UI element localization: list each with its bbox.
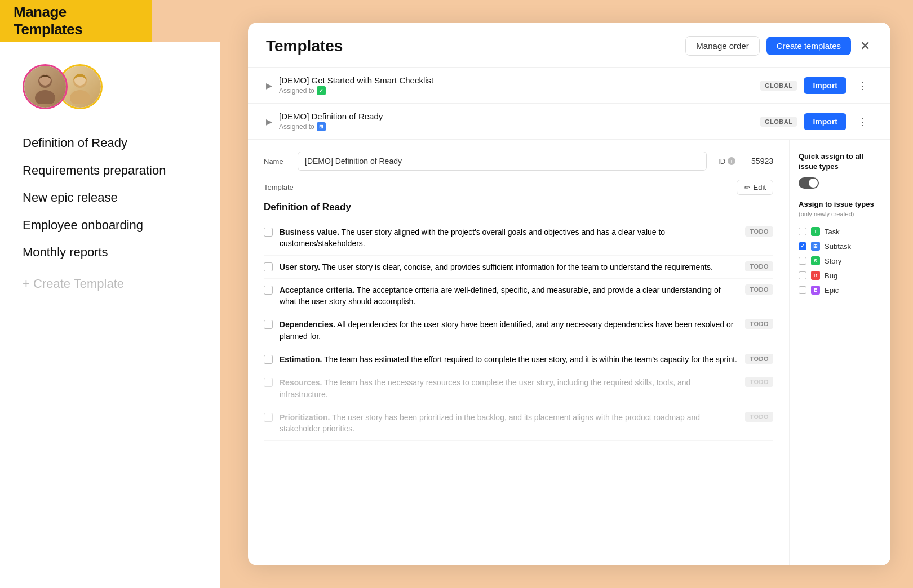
bug-icon: B (811, 271, 820, 280)
name-input[interactable] (298, 152, 707, 171)
todo-badge-3: TODO (745, 284, 773, 295)
sidebar-item-new-epic-release[interactable]: New epic release (23, 184, 197, 212)
more-button-2[interactable]: ⋮ (853, 113, 872, 130)
todo-badge-5: TODO (745, 354, 773, 364)
assign-section-sub: (only newly created) (799, 211, 881, 217)
story-checkbox[interactable] (799, 257, 806, 265)
template-detail: Name ID i 55923 Template ✏ Edit (248, 140, 890, 565)
header-bar: Manage Templates (0, 0, 152, 42)
checklist-text-4: Dependencies. All dependencies for the u… (280, 319, 738, 342)
sidebar-item-definition-of-ready[interactable]: Definition of Ready (23, 130, 197, 157)
issue-type-bug: B Bug (799, 268, 881, 283)
import-button-2[interactable]: Import (804, 113, 846, 130)
issue-type-story: S Story (799, 253, 881, 268)
story-icon: S (811, 256, 820, 265)
task-checkbox[interactable] (799, 228, 806, 235)
name-field-row: Name ID i 55923 (264, 152, 773, 171)
checklist-item-6: Resources. The team has the necessary re… (264, 371, 773, 406)
checkbox-6[interactable] (264, 378, 273, 387)
checkbox-7[interactable] (264, 413, 273, 422)
global-badge-2: GLOBAL (760, 117, 797, 127)
chevron-icon-2[interactable]: ▶ (266, 117, 272, 126)
todo-badge-7: TODO (745, 412, 773, 422)
modal-header: Templates Manage order Create templates … (248, 23, 890, 68)
more-button-1[interactable]: ⋮ (853, 77, 872, 94)
id-label: ID i (718, 157, 735, 166)
page-title: Manage Templates (14, 3, 139, 38)
template-list: ▶ [DEMO] Get Started with Smart Checklis… (248, 68, 890, 140)
template-section-label: Template (264, 183, 294, 191)
checklist-text-6: Resources. The team has the necessary re… (280, 377, 738, 400)
epic-checkbox[interactable] (799, 286, 806, 294)
checklist-text-7: Prioritization. The user story has been … (280, 412, 738, 435)
template-item-2: ▶ [DEMO] Definition of Ready Assigned to… (248, 104, 890, 140)
checklist-item-1: Business value. The user story aligned w… (264, 221, 773, 256)
toggle-knob (809, 179, 818, 188)
checkbox-2[interactable] (264, 262, 273, 271)
task-icon: T (811, 227, 820, 236)
toggle-row (799, 177, 881, 189)
checklist-text-5: Estimation. The team has estimated the e… (280, 354, 738, 365)
sidebar-item-requirements-preparation[interactable]: Requirements preparation (23, 157, 197, 185)
checklist-item-2: User story. The user story is clear, con… (264, 256, 773, 279)
sidebar-item-employee-onboarding[interactable]: Employee onboarding (23, 212, 197, 239)
issue-type-task: T Task (799, 224, 881, 239)
nav-list: Definition of Ready Requirements prepara… (23, 130, 197, 266)
todo-badge-4: TODO (745, 319, 773, 329)
manage-order-button[interactable]: Manage order (685, 36, 759, 56)
checklist-text-2: User story. The user story is clear, con… (280, 261, 738, 273)
template-name-1: [DEMO] Get Started with Smart Checklist (279, 75, 754, 85)
checkbox-1[interactable] (264, 228, 273, 237)
checkbox-4[interactable] (264, 320, 273, 329)
template-label-row: Template ✏ Edit (264, 180, 773, 195)
checkbox-3[interactable] (264, 286, 273, 295)
chevron-icon-1[interactable]: ▶ (266, 81, 272, 90)
right-panel: Quick assign to all issue types Assign t… (789, 140, 890, 565)
todo-badge-2: TODO (745, 261, 773, 271)
checkbox-5[interactable] (264, 355, 273, 364)
close-button[interactable]: ✕ (858, 37, 872, 56)
checklist-item-4: Dependencies. All dependencies for the u… (264, 313, 773, 348)
template-name-2: [DEMO] Definition of Ready (279, 112, 754, 121)
template-assigned-2: Assigned to ⊞ (279, 122, 754, 131)
issue-type-epic: E Epic (799, 283, 881, 297)
assigned-label-2: Assigned to (279, 123, 314, 131)
checklist-item-7: Prioritization. The user story has been … (264, 406, 773, 441)
sidebar: Definition of Ready Requirements prepara… (0, 42, 220, 588)
sidebar-item-monthly-reports[interactable]: Monthly reports (23, 239, 197, 266)
name-label: Name (264, 157, 286, 166)
subtask-checkbox[interactable] (799, 242, 806, 250)
subtask-label: Subtask (825, 242, 851, 251)
edit-button[interactable]: ✏ Edit (737, 180, 773, 195)
modal-title: Templates (266, 37, 343, 55)
id-value: 55923 (751, 157, 773, 166)
modal-actions: Manage order Create templates ✕ (685, 36, 872, 56)
todo-badge-1: TODO (745, 226, 773, 237)
assigned-label-1: Assigned to (279, 87, 314, 95)
create-templates-button[interactable]: Create templates (766, 37, 851, 55)
template-info-2: [DEMO] Definition of Ready Assigned to ⊞ (279, 112, 754, 131)
template-assigned-1: Assigned to ✓ (279, 86, 754, 95)
svg-point-4 (70, 90, 90, 104)
template-info-1: [DEMO] Get Started with Smart Checklist … (279, 75, 754, 95)
checklist-text-3: Acceptance criteria. The acceptance crit… (280, 284, 738, 308)
assigned-icon-1: ✓ (317, 86, 326, 95)
checklist-items: Business value. The user story aligned w… (264, 221, 773, 441)
checklist-item-5: Estimation. The team has estimated the e… (264, 348, 773, 371)
global-badge-1: GLOBAL (760, 81, 797, 91)
story-label: Story (825, 257, 841, 265)
checklist-text-1: Business value. The user story aligned w… (280, 226, 738, 250)
bug-label: Bug (825, 271, 837, 280)
quick-assign-title: Quick assign to all issue types (799, 152, 881, 172)
epic-label: Epic (825, 286, 839, 295)
issue-type-subtask: ⊞ Subtask (799, 239, 881, 253)
toggle-switch[interactable] (799, 177, 819, 189)
avatar-1 (23, 64, 68, 109)
import-button-1[interactable]: Import (804, 77, 846, 94)
task-label: Task (825, 228, 840, 236)
template-item-1: ▶ [DEMO] Get Started with Smart Checklis… (248, 68, 890, 104)
bug-checkbox[interactable] (799, 271, 806, 279)
main-area: Templates Manage order Create templates … (248, 23, 890, 565)
info-icon: i (728, 157, 735, 165)
create-template-button[interactable]: + Create Template (23, 277, 197, 291)
